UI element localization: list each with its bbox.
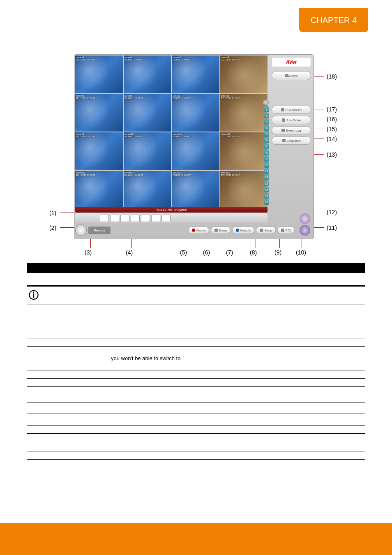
callout-line xyxy=(60,213,75,213)
camera-tile[interactable]: camera62011/05/11 16:50:07 xyxy=(124,94,171,132)
camera-tile[interactable]: camera132011/05/11 16:50:07 xyxy=(75,171,123,209)
layout-32-button[interactable] xyxy=(161,215,171,222)
note-text: you won't be able to switch to xyxy=(111,355,180,361)
cam-num-btn[interactable]: 7 xyxy=(264,143,269,149)
layout-8-button[interactable] xyxy=(141,215,150,222)
callout-vline xyxy=(232,239,232,248)
callout-6: (6) xyxy=(203,249,210,256)
eventlog-button[interactable]: Event Log xyxy=(272,126,311,134)
callout-12: (12) xyxy=(327,209,337,215)
ptz-icon xyxy=(281,229,284,232)
playback-icon[interactable] xyxy=(300,225,310,236)
cam-num-btn[interactable]: 4 xyxy=(264,125,269,131)
camera-tile[interactable]: camera32011/05/11 16:50:07 xyxy=(172,56,219,93)
cam-num-btn[interactable]: 8 xyxy=(264,150,269,155)
label: Full screen xyxy=(286,108,302,112)
camera-grid: camera12011/05/11 16:50:07 camera22011/0… xyxy=(75,56,267,208)
info-note-row: ⓘ xyxy=(27,285,365,305)
label: AutoScan xyxy=(286,118,301,122)
layout-16-button[interactable] xyxy=(131,215,140,222)
side-button-group: Full screen AutoScan Event Log Snapshot xyxy=(272,106,311,145)
autoscan-button[interactable]: AutoScan xyxy=(272,116,311,124)
ptz-button[interactable]: PTZ xyxy=(277,227,295,234)
screenshot-figure: (1) (2) (18) (17) (16) (15) (14) (13) (1… xyxy=(49,54,337,256)
camera-tile[interactable]: camera92011/05/11 16:50:07 xyxy=(75,132,123,170)
cam-num-btn[interactable]: 15 xyxy=(264,193,269,199)
camera-tile[interactable]: camera162011/05/11 16:50:07 xyxy=(220,171,268,209)
setup-icon xyxy=(260,229,263,232)
admin-label: Admin xyxy=(288,74,298,78)
cam-num-btn[interactable]: 2 xyxy=(264,113,269,118)
power-button[interactable] xyxy=(75,224,87,236)
cam-label: camera12011/05/11 16:50:07 xyxy=(76,56,95,61)
cam-label: camera92011/05/11 16:50:07 xyxy=(76,133,95,138)
layout-9-button[interactable] xyxy=(120,215,129,222)
snapshot-icon xyxy=(282,139,286,142)
camera-tile[interactable]: camera102011/05/11 16:50:07 xyxy=(124,132,171,170)
cam-label: camera62011/05/11 16:50:07 xyxy=(125,95,143,99)
camera-tile[interactable]: camera72011/05/11 16:50:07 xyxy=(172,94,219,132)
cam-num-btn[interactable]: 3 xyxy=(264,119,269,125)
cam-label: camera152011/05/11 16:50:07 xyxy=(173,171,191,176)
emap-icon xyxy=(214,229,218,232)
alarm-icon[interactable] xyxy=(300,213,310,224)
camera-tile[interactable]: camera152011/05/11 16:50:07 xyxy=(172,171,219,209)
cam-label: camera112011/05/11 16:50:07 xyxy=(173,133,191,138)
record-icon xyxy=(192,229,195,232)
camera-tile[interactable]: camera12011/05/11 16:50:07 xyxy=(75,56,123,93)
camera-tile[interactable]: camera112011/05/11 16:50:07 xyxy=(172,132,219,170)
snapshot-button[interactable]: Snapshot xyxy=(272,136,311,145)
admin-button[interactable]: Admin xyxy=(272,71,311,80)
app-window: AVer Admin camera12011/05/11 16:50:07 ca… xyxy=(74,54,314,239)
layout-1-button[interactable] xyxy=(100,215,109,222)
cam-num-btn[interactable]: 13 xyxy=(264,180,269,186)
camera-tile[interactable]: camera82011/05/11 16:50:07 xyxy=(220,94,268,132)
camera-tile[interactable]: camera42011/05/11 16:50:07 xyxy=(220,56,268,93)
cam-label: camera82011/05/11 16:50:07 xyxy=(221,95,240,99)
callout-vline xyxy=(256,239,256,248)
label: Network xyxy=(240,229,251,232)
split-toolbar xyxy=(75,213,267,223)
cam-num-btn[interactable]: 10 xyxy=(264,162,269,168)
cam-label: camera32011/05/11 16:50:07 xyxy=(173,56,191,61)
setup-button[interactable]: Setup xyxy=(256,227,275,234)
callout-vline xyxy=(90,239,91,248)
callout-13: (13) xyxy=(327,151,337,158)
cam-num-btn[interactable]: 1 xyxy=(264,106,269,112)
section-heading-bar xyxy=(27,263,365,273)
cam-num-btn[interactable]: 12 xyxy=(264,174,269,180)
camera-tile[interactable]: camera122011/05/11 16:50:07 xyxy=(220,132,268,170)
remote-label: Remote xyxy=(88,227,111,234)
layout-13-button[interactable] xyxy=(151,215,160,222)
fullscreen-button[interactable]: Full screen xyxy=(272,106,311,114)
cam-num-btn[interactable]: 5 xyxy=(264,131,269,137)
fisheye-icon[interactable] xyxy=(263,100,269,105)
camera-tile[interactable]: camera22011/05/11 16:50:07 xyxy=(124,56,171,93)
callout-9: (9) xyxy=(274,249,281,256)
callout-vline xyxy=(186,239,186,248)
label: Snapshot xyxy=(287,139,301,143)
camera-tile[interactable]: camera142011/05/11 16:50:07 xyxy=(124,171,171,209)
cam-label: camera52011/05/11 16:50:07 xyxy=(76,95,95,99)
emap-button[interactable]: Emap xyxy=(211,227,230,234)
record-button[interactable]: Record xyxy=(188,227,210,234)
network-button[interactable]: Network xyxy=(232,227,255,234)
cam-num-btn[interactable]: 14 xyxy=(264,187,269,192)
cam-num-btn[interactable]: 16 xyxy=(264,199,269,205)
playback-corner xyxy=(300,213,310,236)
cam-num-btn[interactable]: 6 xyxy=(264,137,269,143)
network-icon xyxy=(236,229,239,232)
reference-table: you won't be able to switch to xyxy=(27,312,365,475)
brand-logo: AVer xyxy=(272,57,311,67)
cam-num-btn[interactable]: 11 xyxy=(264,168,269,174)
cam-num-btn[interactable]: 9 xyxy=(264,156,269,162)
camera-number-column: 1 2 3 4 5 6 7 8 9 10 11 12 13 14 15 16 xyxy=(264,106,269,205)
callout-1: (1) xyxy=(49,210,56,216)
user-icon xyxy=(285,74,288,77)
cam-label: camera132011/05/11 16:50:07 xyxy=(76,171,95,176)
callout-18: (18) xyxy=(327,73,337,80)
camera-tile[interactable]: camera52011/05/11 16:50:07 xyxy=(75,94,123,132)
layout-4-button[interactable] xyxy=(110,215,119,222)
cam-label: camera22011/05/11 16:50:07 xyxy=(125,56,143,61)
cam-label: camera122011/05/11 16:50:07 xyxy=(221,133,240,138)
